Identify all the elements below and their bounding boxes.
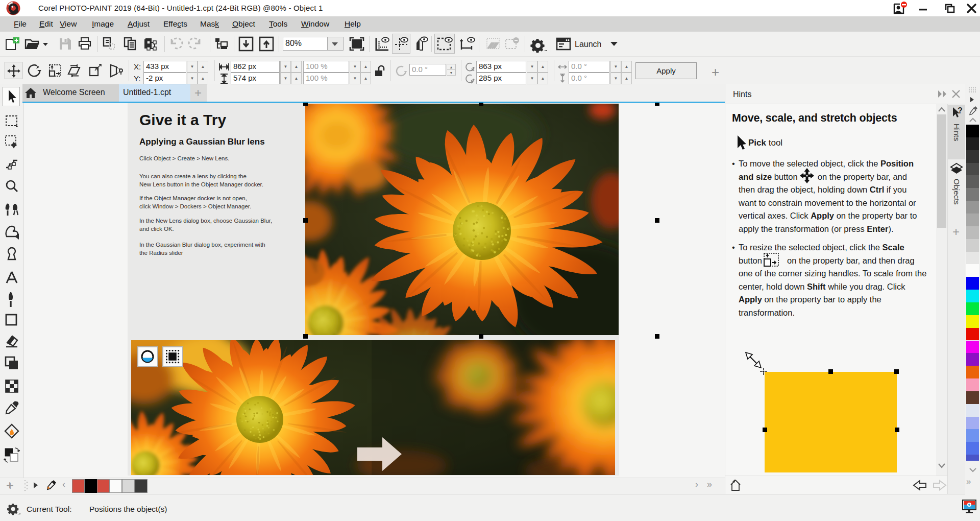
svg-text:?: ?: [958, 106, 963, 115]
